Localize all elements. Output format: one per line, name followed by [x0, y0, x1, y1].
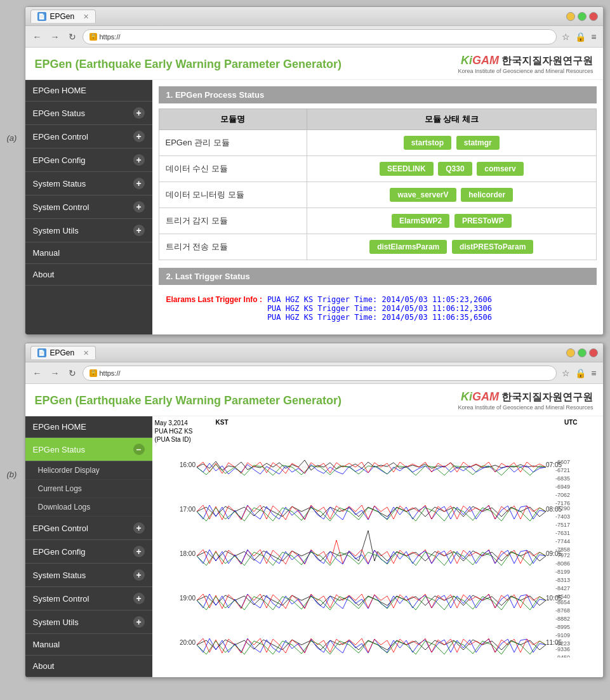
star-icon-a[interactable]: ☆	[560, 30, 571, 43]
browser-titlebar-b: 📄 EPGen ✕	[25, 343, 603, 362]
refresh-btn-a[interactable]: ↻	[66, 30, 79, 43]
tab-close-a[interactable]: ✕	[83, 13, 89, 21]
sidebar-item-config-b[interactable]: EPGen Config +	[25, 540, 152, 564]
sidebar-a: EPGen HOME EPGen Status + EPGen Control …	[25, 80, 152, 334]
helicorder-area-b: May 3,2014 PUA HGZ KS (PUA Sta ID) KST U…	[152, 416, 603, 677]
lock-icon-b[interactable]: 🔒	[574, 367, 587, 380]
browser-tab-b[interactable]: 📄 EPGen ✕	[30, 346, 96, 359]
btn-startstop-a[interactable]: startstop	[404, 136, 451, 150]
module-name-2a: 데이터 수신 모듈	[159, 156, 307, 182]
sidebar-item-control-b[interactable]: EPGen Control +	[25, 517, 152, 540]
sidebar-item-sysstatus-b[interactable]: System Status +	[25, 564, 152, 587]
status-table-a: 모듈명 모듈 상태 체크 EPGen 관리 모듈 startstop statm…	[159, 109, 597, 260]
svg-text:-9109: -9109	[555, 632, 570, 638]
address-bar-a[interactable]: 🔒 https://	[83, 29, 557, 44]
svg-text:19:00: 19:00	[179, 595, 195, 602]
kigam-subtitle-b: Korea Institute of Geoscience and Minera…	[458, 404, 593, 411]
sidebar-sub-helicorder[interactable]: Helicorder Display	[25, 461, 152, 480]
btn-comserv-a[interactable]: comserv	[477, 162, 523, 176]
maximize-btn-b[interactable]	[578, 348, 587, 357]
btn-distpresto-a[interactable]: distPRESToParam	[452, 240, 533, 254]
sidebar-item-home-a[interactable]: EPGen HOME	[25, 80, 152, 102]
refresh-btn-b[interactable]: ↻	[66, 367, 79, 380]
page-title-b: EPGen (Earthquake Early Warning Paramete…	[35, 394, 342, 407]
toolbar-icons-b: ☆ 🔒 ≡	[560, 367, 597, 380]
sidebar-syscontrol-label-a: System Control	[33, 202, 90, 212]
trigger-line-3: PUA HGZ KS Trigger Time: 2014/05/03 11:0…	[267, 313, 492, 322]
sidebar-sub-download[interactable]: Download Logs	[25, 498, 152, 517]
sidebar-item-sysstatus-a[interactable]: System Status +	[25, 172, 152, 195]
svg-rect-0	[152, 416, 603, 657]
browser-window-a: 📄 EPGen ✕ ← → ↻ 🔒 https://	[25, 6, 604, 335]
sidebar-sub-logs[interactable]: Current Logs	[25, 480, 152, 498]
tab-close-b[interactable]: ✕	[83, 349, 89, 357]
sidebar-control-label-a: EPGen Control	[33, 132, 88, 142]
svg-text:-7972: -7972	[555, 552, 570, 558]
table-row: EPGen 관리 모듈 startstop statmgr	[159, 130, 596, 156]
gam-text-b: GAM	[472, 390, 499, 403]
sidebar-sysstatus-label-a: System Status	[33, 179, 86, 188]
svg-text:-9336: -9336	[555, 646, 570, 652]
close-btn-b[interactable]	[589, 348, 598, 357]
sidebar-item-config-a[interactable]: EPGen Config +	[25, 149, 152, 172]
helicorder-svg: 16:00 17:00 18:00 19:00 20:00 07:05 08:0…	[152, 416, 603, 657]
forward-btn-a[interactable]: →	[48, 30, 62, 43]
btn-elarmswp2-a[interactable]: ElarmSWP2	[392, 214, 449, 228]
sidebar-item-home-b[interactable]: EPGen HOME	[25, 416, 152, 438]
browser-tab-a[interactable]: 📄 EPGen ✕	[30, 10, 96, 23]
svg-text:-8427: -8427	[555, 585, 570, 591]
module-name-4a: 트리거 감지 모듈	[159, 208, 307, 234]
btn-waveserverv-a[interactable]: wave_serverV	[390, 188, 456, 202]
svg-text:20:00: 20:00	[179, 639, 195, 646]
svg-text:-8199: -8199	[555, 569, 570, 575]
sidebar-status-label-b: EPGen Status	[33, 445, 85, 454]
sidebar-item-about-b[interactable]: About	[25, 656, 152, 677]
btn-distelarms-a[interactable]: distElarmsParam	[369, 240, 447, 254]
menu-icon-a[interactable]: ≡	[590, 30, 597, 43]
minimize-btn-b[interactable]	[566, 348, 575, 357]
btn-seedlink-a[interactable]: SEEDLINK	[380, 162, 434, 176]
address-text-b: https://	[100, 369, 121, 377]
svg-text:-6949: -6949	[555, 484, 570, 490]
btn-helicorder-a[interactable]: helicorder	[461, 188, 513, 202]
forward-btn-b[interactable]: →	[48, 367, 62, 380]
helicorder-header-info: May 3,2014 PUA HGZ KS (PUA Sta ID)	[155, 419, 193, 444]
star-icon-b[interactable]: ☆	[560, 367, 571, 380]
sidebar-item-about-a[interactable]: About	[25, 264, 152, 286]
sidebar-item-manual-b[interactable]: Manual	[25, 634, 152, 656]
helicorder-date: May 3,2014	[155, 419, 193, 427]
sidebar-item-sysutils-a[interactable]: System Utils +	[25, 219, 152, 242]
kigam-subtitle-a: Korea Institute of Geoscience and Minera…	[458, 68, 593, 74]
col-module-a: 모듈명	[159, 109, 307, 130]
lock-icon-a[interactable]: 🔒	[574, 30, 587, 43]
sidebar-b: EPGen HOME EPGen Status – Helicorder Dis…	[25, 416, 152, 677]
tab-icon-a: 📄	[37, 12, 46, 21]
sidebar-sysstatus-label-b: System Status	[33, 571, 86, 580]
sidebar-item-control-a[interactable]: EPGen Control +	[25, 125, 152, 149]
table-row: 데이터 모니터링 모듈 wave_serverV helicorder	[159, 182, 596, 208]
close-btn-a[interactable]	[589, 12, 598, 21]
sidebar-item-syscontrol-b[interactable]: System Control +	[25, 587, 152, 611]
maximize-btn-a[interactable]	[578, 12, 587, 21]
menu-icon-b[interactable]: ≡	[590, 367, 597, 380]
sidebar-sysutils-plus-a: +	[133, 225, 145, 236]
module-name-1a: EPGen 관리 모듈	[159, 130, 307, 156]
sidebar-item-syscontrol-a[interactable]: System Control +	[25, 195, 152, 219]
svg-text:-8313: -8313	[555, 577, 570, 583]
ki-text-b: Ki	[461, 390, 472, 403]
address-bar-b[interactable]: 🔒 https://	[83, 366, 557, 381]
svg-text:-8995: -8995	[555, 624, 570, 630]
sidebar-item-sysutils-b[interactable]: System Utils +	[25, 611, 152, 634]
minimize-btn-a[interactable]	[566, 12, 575, 21]
btn-q330-a[interactable]: Q330	[438, 162, 472, 176]
svg-text:-6835: -6835	[555, 475, 570, 482]
btn-statmgr-a[interactable]: statmgr	[456, 136, 500, 150]
sidebar-item-status-a[interactable]: EPGen Status +	[25, 102, 152, 125]
window-controls-a	[566, 12, 598, 21]
btn-prestowp-a[interactable]: PRESToWP	[454, 214, 512, 228]
utc-label: UTC	[564, 419, 578, 426]
sidebar-item-manual-a[interactable]: Manual	[25, 242, 152, 264]
back-btn-b[interactable]: ←	[30, 367, 44, 380]
sidebar-item-status-b[interactable]: EPGen Status –	[25, 438, 152, 461]
back-btn-a[interactable]: ←	[30, 30, 44, 43]
